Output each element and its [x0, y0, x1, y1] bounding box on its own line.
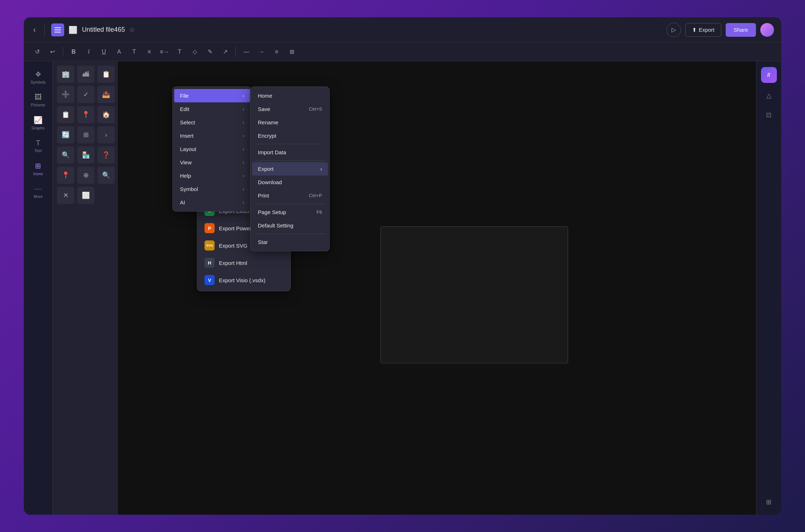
align-right-icon[interactable]: ≡→ — [158, 46, 171, 58]
text-style-icon[interactable]: T — [173, 46, 186, 58]
sidebar-item-pictures[interactable]: 🖼 Pictures — [27, 90, 50, 110]
bold-icon[interactable]: B — [67, 46, 80, 58]
connector-icon[interactable]: → — [255, 46, 268, 58]
icon-cell[interactable]: 🏪 — [77, 146, 94, 164]
ai-badge[interactable]: // — [761, 67, 777, 83]
icon-cell[interactable]: ⊞ — [77, 126, 94, 143]
font-color-icon[interactable]: A — [113, 46, 125, 58]
align-icon[interactable]: ≡ — [143, 46, 155, 58]
left-sidebar: ❖ Symbols 🖼 Pictures 📈 Graphs T Text ⊞ I… — [24, 61, 53, 515]
icon-cell[interactable]: ⬜ — [77, 187, 94, 204]
text-sidebar-icon: T — [36, 139, 40, 147]
back-button[interactable]: ‹ — [31, 23, 38, 37]
export-html-icon: H — [204, 258, 215, 268]
menu-item-help-label: Help — [180, 173, 191, 179]
chevron-right-icon: › — [243, 147, 244, 152]
icon-cell[interactable]: ✓ — [77, 86, 94, 103]
sidebar-item-more[interactable]: ···· More — [27, 182, 50, 201]
avatar[interactable] — [760, 23, 774, 37]
icon-cell[interactable]: 🏠 — [97, 106, 115, 123]
right-icon-edit[interactable]: △ — [762, 89, 776, 102]
canvas-area[interactable]: File › Edit › Select › Insert › — [118, 61, 756, 515]
sidebar-label-more: More — [34, 194, 43, 199]
icon-cell[interactable]: ➕ — [57, 86, 74, 103]
submenu-default-setting[interactable]: Default Setting — [252, 219, 328, 232]
menu-item-view[interactable]: View › — [174, 156, 250, 169]
chevron-right-icon: › — [320, 166, 322, 172]
file-icon: ⬜ — [69, 26, 78, 34]
submenu-encrypt[interactable]: Encrypt — [252, 129, 328, 142]
redo-icon[interactable]: ↩ — [46, 46, 58, 58]
arrow-icon[interactable]: ↗ — [219, 46, 231, 58]
icon-cell[interactable]: 📍 — [57, 167, 74, 184]
chevron-right-icon: › — [243, 120, 244, 125]
icon-cell[interactable]: 🏙 — [77, 66, 94, 83]
submenu-star[interactable]: Star — [252, 235, 328, 249]
sidebar-label-graphs: Graphs — [31, 126, 44, 130]
icon-cell[interactable]: 🔄 — [57, 126, 74, 143]
icon-cell[interactable]: ⊕ — [77, 167, 94, 184]
text-icon[interactable]: T — [128, 46, 140, 58]
header-divider — [44, 23, 45, 36]
menu-item-layout[interactable]: Layout › — [174, 142, 250, 156]
list-icon[interactable]: ≡ — [270, 46, 283, 58]
italic-icon[interactable]: I — [83, 46, 95, 58]
right-icon-panel[interactable]: ⊡ — [762, 108, 776, 122]
submenu-rename[interactable]: Rename — [252, 116, 328, 129]
submenu-home[interactable]: Home — [252, 89, 328, 102]
icon-cell[interactable]: 📋 — [97, 66, 115, 83]
submenu-import-data[interactable]: Import Data — [252, 146, 328, 159]
icon-cell[interactable]: 🔍 — [57, 146, 74, 164]
sidebar-item-symbols[interactable]: ❖ Symbols — [27, 67, 50, 87]
export-visio[interactable]: V Export Visio (.vsdx) — [199, 271, 289, 289]
submenu-download[interactable]: Download — [252, 176, 328, 189]
icon-cell[interactable]: 📤 — [97, 86, 115, 103]
sidebar-item-icons[interactable]: ⊞ Icons — [27, 159, 50, 179]
menu-item-select[interactable]: Select › — [174, 116, 250, 129]
icon-cell[interactable]: 📍 — [77, 106, 94, 123]
sidebar-label-pictures: Pictures — [31, 103, 45, 107]
icon-cell[interactable]: 📋 — [57, 106, 74, 123]
sidebar-label-symbols: Symbols — [30, 80, 45, 84]
submenu-page-setup[interactable]: Page Setup F6 — [252, 205, 328, 219]
export-html[interactable]: H Export Html — [199, 254, 289, 271]
menu-button[interactable] — [51, 23, 64, 36]
chevron-right-icon: › — [243, 107, 244, 112]
export-button[interactable]: ⬆ Export — [685, 23, 721, 37]
icon-cell[interactable]: 🏢 — [57, 66, 74, 83]
undo-icon[interactable]: ↺ — [31, 46, 43, 58]
menu-item-help[interactable]: Help › — [174, 169, 250, 182]
sidebar-item-graphs[interactable]: 📈 Graphs — [27, 113, 50, 133]
menu-item-file[interactable]: File › — [174, 89, 250, 102]
menu-item-ai[interactable]: AI › — [174, 196, 250, 209]
toolbar-separator — [63, 47, 63, 57]
icon-cell[interactable]: ✕ — [57, 187, 74, 204]
submenu-print[interactable]: Print Ctrl+P — [252, 189, 328, 202]
icon-cell[interactable]: 🔍 — [97, 167, 115, 184]
toolbar-separator — [236, 47, 236, 57]
pen-icon[interactable]: ✎ — [204, 46, 216, 58]
menu-item-view-label: View — [180, 159, 192, 165]
icon-cell[interactable]: › — [97, 126, 115, 143]
right-icon-settings[interactable]: ⊞ — [762, 495, 776, 509]
menu-item-edit[interactable]: Edit › — [174, 102, 250, 116]
icon-cell[interactable]: ❓ — [97, 146, 115, 164]
play-button[interactable]: ▷ — [667, 23, 681, 37]
underline-icon[interactable]: U — [98, 46, 110, 58]
export-ppt-icon: P — [204, 223, 215, 233]
submenu-save[interactable]: Save Ctrl+S — [252, 102, 328, 116]
export-visio-icon: V — [204, 275, 215, 285]
line-icon[interactable]: — — [240, 46, 252, 58]
grid-icon[interactable]: ⊞ — [286, 46, 298, 58]
sidebar-label-text: Text — [34, 148, 41, 153]
share-button[interactable]: Share — [726, 23, 756, 37]
main-area: ❖ Symbols 🖼 Pictures 📈 Graphs T Text ⊞ I… — [24, 61, 781, 515]
chevron-right-icon: › — [243, 187, 244, 192]
menu-item-symbol-label: Symbol — [180, 186, 198, 192]
shape-icon[interactable]: ◇ — [189, 46, 201, 58]
submenu-export[interactable]: Export › — [252, 162, 328, 176]
star-icon[interactable]: ☆ — [129, 26, 135, 34]
sidebar-item-text[interactable]: T Text — [27, 136, 50, 156]
menu-item-insert[interactable]: Insert › — [174, 129, 250, 142]
menu-item-symbol[interactable]: Symbol › — [174, 182, 250, 196]
